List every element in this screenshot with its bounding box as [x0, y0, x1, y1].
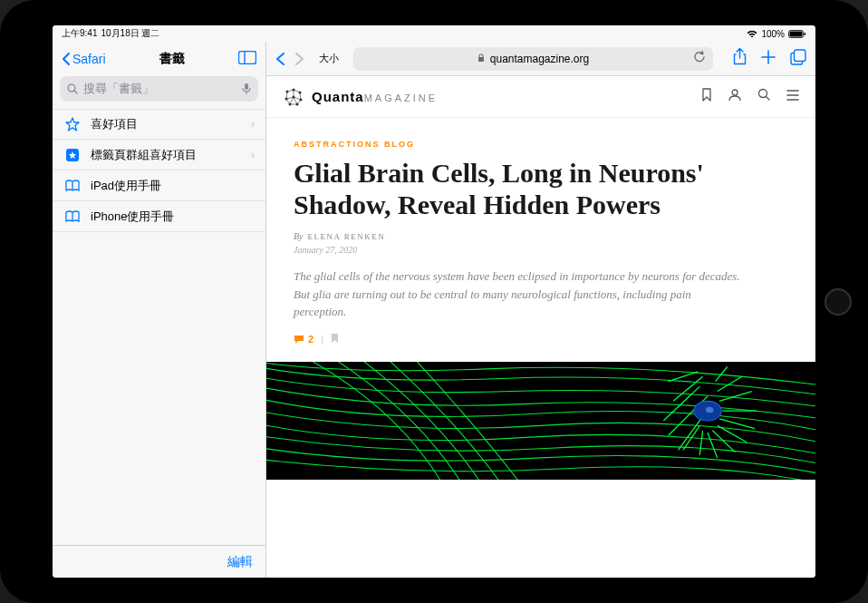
comments-button[interactable]: 2 — [294, 334, 313, 345]
share-button[interactable] — [733, 48, 747, 69]
nav-forward-button — [294, 52, 304, 66]
logo-text-light: MAGAZINE — [364, 92, 438, 103]
nav-back-button[interactable] — [275, 52, 285, 66]
bookmark-label: 喜好項目 — [91, 116, 242, 132]
tabs-button[interactable] — [790, 49, 806, 69]
search-bookmarks-input[interactable]: 搜尋「書籤」 — [60, 76, 258, 102]
book-icon — [63, 180, 82, 192]
bookmark-iphone-guide[interactable]: iPhone使用手冊 — [53, 201, 265, 232]
chevron-right-icon: › — [251, 118, 255, 131]
web-content: QuantaMAGAZINE ABSTRACTIONS BLOG Glial B… — [266, 76, 815, 578]
comment-count: 2 — [308, 334, 313, 345]
bookmark-label: iPad使用手冊 — [91, 178, 255, 194]
dictation-icon[interactable] — [242, 83, 251, 95]
bookmark-favorites[interactable]: 喜好項目 › — [53, 109, 265, 140]
star-outline-icon — [63, 117, 82, 131]
svg-rect-15 — [795, 50, 806, 62]
svg-rect-12 — [478, 57, 484, 62]
back-label: Safari — [72, 52, 106, 66]
text-size-button[interactable]: 大小 — [319, 52, 339, 65]
star-box-icon — [63, 148, 82, 162]
new-tab-button[interactable] — [761, 50, 776, 68]
svg-line-6 — [74, 91, 77, 93]
bookmarks-sidebar: Safari 書籤 搜尋「書籤」 — [53, 42, 266, 578]
article-category[interactable]: ABSTRACTIONS BLOG — [294, 140, 788, 149]
bookmark-label: 標籤頁群組喜好項目 — [91, 147, 242, 163]
svg-rect-30 — [266, 362, 815, 480]
site-account-icon[interactable] — [728, 88, 741, 105]
back-to-safari-button[interactable]: Safari — [62, 52, 106, 66]
article-date: January 27, 2020 — [294, 245, 788, 255]
reload-button[interactable] — [694, 51, 706, 66]
logo-text-bold: Quanta — [312, 89, 364, 104]
wifi-icon — [747, 30, 757, 38]
article-headline: Glial Brain Cells, Long in Neurons' Shad… — [294, 158, 788, 220]
search-placeholder: 搜尋「書籤」 — [83, 81, 236, 97]
hide-sidebar-button[interactable] — [238, 51, 256, 68]
browser-toolbar: 大小 quantamagazine.org — [266, 42, 815, 76]
logo-icon — [283, 86, 304, 108]
save-article-icon[interactable] — [331, 334, 339, 345]
bookmark-label: iPhone使用手冊 — [91, 209, 255, 225]
edit-bookmarks-button[interactable]: 編輯 — [227, 554, 253, 570]
sidebar-title: 書籤 — [106, 51, 238, 67]
svg-rect-1 — [790, 31, 803, 36]
chevron-right-icon: › — [251, 149, 255, 161]
article-hero-image — [266, 362, 815, 480]
url-bar[interactable]: quantamagazine.org — [353, 47, 713, 71]
battery-icon — [788, 30, 806, 38]
svg-line-26 — [767, 97, 770, 101]
status-date: 10月18日 週二 — [101, 27, 159, 40]
article-author[interactable]: ELENA RENKEN — [308, 232, 386, 241]
bookmark-tab-group-favorites[interactable]: 標籤頁群組喜好項目 › — [53, 140, 265, 170]
site-logo[interactable]: QuantaMAGAZINE — [283, 86, 438, 108]
svg-point-32 — [706, 406, 714, 412]
battery-percent: 100% — [761, 29, 785, 39]
url-text: quantamagazine.org — [490, 53, 589, 65]
status-time: 上午9:41 — [62, 27, 97, 40]
svg-rect-3 — [239, 51, 256, 63]
svg-point-24 — [732, 90, 738, 95]
divider: | — [321, 334, 323, 345]
bookmark-list: 喜好項目 › 標籤頁群組喜好項目 › iPad使用手冊 iPhone使 — [53, 109, 265, 545]
book-icon — [63, 210, 82, 223]
home-button[interactable] — [825, 288, 852, 316]
lock-icon — [477, 53, 485, 64]
bookmark-ipad-guide[interactable]: iPad使用手冊 — [53, 170, 265, 201]
status-bar: 上午9:41 10月18日 週二 100% — [53, 25, 815, 42]
site-search-icon[interactable] — [757, 88, 770, 105]
svg-rect-7 — [245, 83, 248, 90]
site-header: QuantaMAGAZINE — [266, 76, 815, 118]
svg-rect-2 — [805, 33, 806, 35]
article-summary: The glial cells of the nervous system ha… — [294, 267, 747, 321]
article-byline: By ELENA RENKEN — [294, 231, 788, 241]
site-bookmark-icon[interactable] — [701, 88, 712, 105]
site-menu-icon[interactable] — [786, 88, 799, 105]
search-icon — [67, 83, 78, 94]
